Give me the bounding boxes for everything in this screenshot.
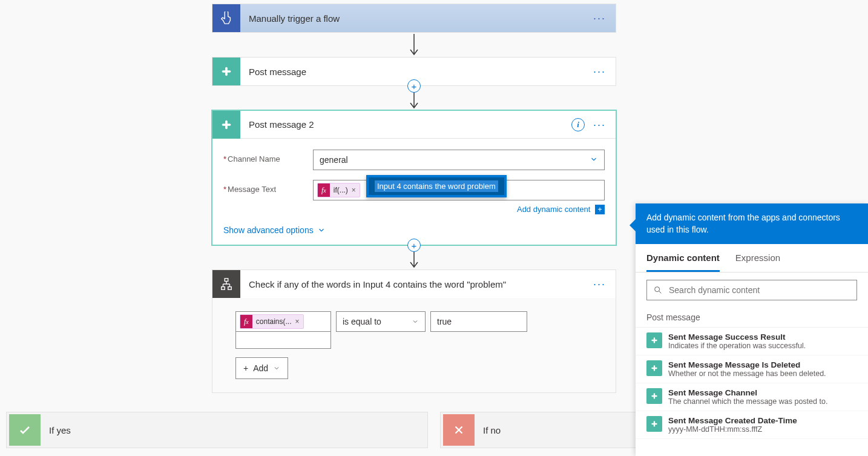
trigger-card[interactable]: Manually trigger a flow ··· <box>212 4 616 33</box>
add-condition-button[interactable]: + Add <box>235 357 288 379</box>
svg-rect-1 <box>225 67 228 76</box>
svg-rect-15 <box>654 421 655 427</box>
show-advanced-options-link[interactable]: Show advanced options <box>223 219 326 235</box>
channel-name-label: *Channel Name <box>223 150 313 164</box>
channel-name-value: general <box>320 155 348 165</box>
slack-icon <box>646 388 662 404</box>
check-icon <box>9 414 41 446</box>
dynamic-section-title: Post message <box>636 308 868 328</box>
expression-token[interactable]: fx if(...) × <box>317 183 360 197</box>
post-message-2-menu-button[interactable]: ··· <box>593 119 606 130</box>
condition-icon <box>212 270 240 298</box>
slack-icon <box>212 111 240 139</box>
condition-card: Check if any of the words in Input 4 con… <box>212 269 616 393</box>
condition-left-operand-extra[interactable] <box>235 332 331 349</box>
dynamic-item-desc: Indicates if the operation was successfu… <box>668 342 857 350</box>
slack-icon <box>212 58 240 85</box>
dynamic-content-item[interactable]: Sent Message ChannelThe channel which th… <box>636 383 868 411</box>
add-dynamic-content-link[interactable]: Add dynamic content + <box>517 205 605 214</box>
chevron-down-icon <box>273 365 280 372</box>
connector-arrow-plus-2: + <box>408 245 420 269</box>
slack-icon <box>646 360 662 376</box>
add-step-button[interactable]: + <box>407 79 421 93</box>
if-yes-branch[interactable]: If yes <box>6 412 428 448</box>
panel-caret-icon <box>630 219 636 231</box>
dynamic-content-item[interactable]: Sent Message Success ResultIndicates if … <box>636 328 868 355</box>
close-icon <box>443 414 475 446</box>
svg-point-7 <box>655 287 660 292</box>
dynamic-item-title: Sent Message Channel <box>668 388 857 397</box>
fx-icon: fx <box>240 315 252 328</box>
condition-operator-select[interactable]: is equal to <box>336 311 426 332</box>
dynamic-content-panel: Add dynamic content from the apps and co… <box>636 203 868 456</box>
fx-icon: fx <box>318 183 330 197</box>
condition-right-value[interactable]: true <box>430 311 527 332</box>
dynamic-item-title: Sent Message Message Is Deleted <box>668 360 857 369</box>
trigger-title: Manually trigger a flow <box>240 13 593 24</box>
condition-title: Check if any of the words in Input 4 con… <box>240 279 593 289</box>
svg-rect-5 <box>222 287 225 290</box>
dynamic-item-desc: Whether or not the message has been dele… <box>668 369 857 378</box>
condition-row: fx contains(... × is equal to true <box>235 311 593 349</box>
channel-name-select[interactable]: general <box>313 150 605 170</box>
remove-token-button[interactable]: × <box>295 317 303 326</box>
touch-icon <box>212 4 240 32</box>
search-input[interactable] <box>669 285 850 295</box>
trigger-menu-button[interactable]: ··· <box>593 13 606 24</box>
tab-dynamic-content[interactable]: Dynamic content <box>646 244 720 272</box>
dynamic-item-desc: The channel which the message was posted… <box>668 397 857 406</box>
connector-arrow <box>408 33 420 57</box>
remove-token-button[interactable]: × <box>352 186 360 194</box>
condition-left-operand[interactable]: fx contains(... × <box>235 311 331 332</box>
svg-rect-9 <box>654 338 655 343</box>
if-yes-label: If yes <box>43 425 71 435</box>
plus-icon: + <box>595 205 605 214</box>
chevron-down-icon <box>590 155 598 165</box>
dynamic-search-field[interactable] <box>646 280 857 300</box>
dynamic-item-title: Sent Message Success Result <box>668 332 857 342</box>
dynamic-content-item[interactable]: Sent Message Created Date-Timeyyyy-MM-dd… <box>636 411 868 439</box>
plus-icon: + <box>243 363 248 373</box>
chevron-down-icon <box>317 226 326 234</box>
expression-token-contains[interactable]: fx contains(... × <box>240 314 304 329</box>
svg-rect-3 <box>225 120 228 129</box>
dynamic-item-title: Sent Message Created Date-Time <box>668 416 857 425</box>
svg-rect-6 <box>228 287 232 290</box>
svg-rect-11 <box>654 366 655 371</box>
post-message-title: Post message <box>240 67 593 77</box>
token-tooltip: Input 4 contains the word problem <box>366 175 507 197</box>
dynamic-item-desc: yyyy-MM-ddTHH:mm:ss.fffZ <box>668 425 857 434</box>
condition-menu-button[interactable]: ··· <box>593 279 606 289</box>
dynamic-panel-tabs: Dynamic content Expression <box>636 244 868 273</box>
flow-canvas: Manually trigger a flow ··· Post message… <box>0 0 868 456</box>
search-icon <box>653 285 663 295</box>
slack-icon <box>646 332 662 348</box>
message-text-label: *Message Text <box>223 180 313 194</box>
info-icon[interactable]: i <box>571 118 585 131</box>
dynamic-content-item[interactable]: Sent Message Message Is DeletedWhether o… <box>636 355 868 383</box>
slack-icon <box>646 416 662 432</box>
add-step-button-2[interactable]: + <box>407 239 421 252</box>
post-message-2-title: Post message 2 <box>240 119 571 130</box>
svg-rect-4 <box>225 279 228 282</box>
tab-expression[interactable]: Expression <box>735 244 780 272</box>
post-message-menu-button[interactable]: ··· <box>593 66 606 77</box>
connector-arrow-plus: + <box>408 86 420 110</box>
post-message-2-card: Post message 2 i ··· *Channel Name gener… <box>212 110 616 245</box>
if-no-label: If no <box>477 425 501 435</box>
svg-rect-13 <box>654 394 655 399</box>
dynamic-panel-header: Add dynamic content from the apps and co… <box>636 203 868 244</box>
dynamic-items-list: Sent Message Success ResultIndicates if … <box>636 328 868 439</box>
chevron-down-icon <box>412 318 419 325</box>
